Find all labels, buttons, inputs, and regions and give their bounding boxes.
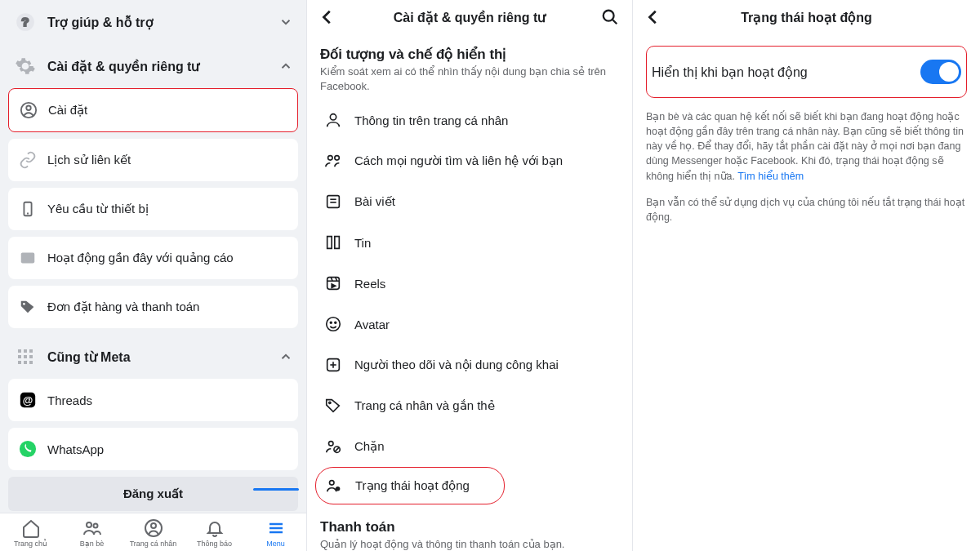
svg-rect-8 xyxy=(18,349,21,353)
svg-rect-32 xyxy=(327,196,340,208)
row-block[interactable]: Chặn xyxy=(320,426,619,467)
row-profile-info[interactable]: Thông tin trên trang cá nhân xyxy=(320,100,619,140)
also-from-meta-label: Cũng từ Meta xyxy=(47,349,278,365)
sidebar-item-threads[interactable]: @ Threads xyxy=(8,379,298,421)
gear-icon xyxy=(13,54,38,78)
tab-label: Bạn bè xyxy=(80,540,105,548)
section-title: Thanh toán xyxy=(320,519,619,535)
chevron-down-icon xyxy=(278,15,293,29)
row-reels[interactable]: Reels xyxy=(320,263,619,304)
description-text: Bạn bè và các quan hệ kết nối sẽ biết kh… xyxy=(646,109,967,184)
panel-body: Hiển thị khi bạn hoạt động Bạn bè và các… xyxy=(633,34,980,231)
panel-header: Cài đặt & quyền riêng tư xyxy=(307,0,632,34)
svg-point-46 xyxy=(329,442,334,447)
home-icon xyxy=(21,518,41,538)
help-support-section[interactable]: ? Trợ giúp & hỗ trợ xyxy=(0,0,306,44)
search-button[interactable] xyxy=(601,8,621,26)
logout-button[interactable]: Đăng xuất xyxy=(8,477,298,511)
row-label: Cách mọi người tìm và liên hệ với bạn xyxy=(354,153,563,168)
tab-home[interactable]: Trang chủ xyxy=(0,518,61,548)
tab-menu[interactable]: Menu xyxy=(245,518,306,548)
sidebar-item-link-history[interactable]: Lịch sử liên kết xyxy=(8,139,298,181)
section-subtitle: Kiểm soát xem ai có thể nhìn thấy nội du… xyxy=(320,64,619,93)
grid-icon xyxy=(13,344,38,369)
bottom-tab-bar: Trang chủ Bạn bè Trang cá nhân Thông báo… xyxy=(0,513,306,551)
panel-header: Trạng thái hoạt động xyxy=(633,0,980,34)
friends-icon xyxy=(82,518,102,538)
tab-label: Menu xyxy=(266,540,285,548)
sidebar-item-orders-payments[interactable]: Đơn đặt hàng và thanh toán xyxy=(8,286,298,328)
svg-point-23 xyxy=(151,523,156,528)
svg-point-3 xyxy=(26,106,31,111)
sidebar-item-label: Yêu cầu từ thiết bị xyxy=(47,202,149,216)
settings-privacy-panel: Cài đặt & quyền riêng tư Đối tượng và ch… xyxy=(306,0,633,551)
row-label: Avatar xyxy=(354,318,390,331)
row-label: Trạng thái hoạt động xyxy=(355,478,470,493)
panel-body: Đối tượng và chế độ hiển thị Kiểm soát x… xyxy=(307,34,632,551)
chevron-up-icon xyxy=(278,59,293,73)
whatsapp-icon xyxy=(18,439,38,459)
tab-label: Trang chủ xyxy=(14,540,47,548)
row-stories[interactable]: Tin xyxy=(320,222,619,263)
tab-friends[interactable]: Bạn bè xyxy=(61,518,122,548)
person-card-icon xyxy=(323,110,343,130)
description-body: Bạn bè và các quan hệ kết nối sẽ biết kh… xyxy=(646,111,964,182)
device-icon xyxy=(18,199,38,219)
svg-text:@: @ xyxy=(23,394,33,407)
svg-point-29 xyxy=(330,114,336,120)
toggle-label: Hiển thị khi bạn hoạt động xyxy=(652,64,920,80)
block-icon xyxy=(323,437,343,456)
people-search-icon xyxy=(323,151,343,171)
svg-point-50 xyxy=(336,487,341,491)
svg-rect-10 xyxy=(29,349,33,353)
sidebar-item-label: Cài đặt xyxy=(48,103,87,118)
row-posts[interactable]: Bài viết xyxy=(320,181,619,222)
toggle-knob xyxy=(939,62,959,82)
svg-rect-12 xyxy=(24,355,27,358)
also-from-meta-section[interactable]: Cũng từ Meta xyxy=(0,335,306,379)
tag-payment-icon xyxy=(18,297,38,317)
section-subtitle: Quản lý hoạt động và thông tin thanh toá… xyxy=(320,537,619,551)
help-icon: ? xyxy=(13,10,38,34)
show-active-toggle[interactable] xyxy=(920,60,961,84)
svg-rect-13 xyxy=(29,355,33,358)
sidebar-item-label: Lịch sử liên kết xyxy=(47,153,131,167)
tab-notifications[interactable]: Thông báo xyxy=(184,518,245,548)
panel-title: Cài đặt & quyền riêng tư xyxy=(338,10,601,25)
menu-icon xyxy=(266,518,286,538)
sidebar-item-recent-ad-activity[interactable]: Hoạt động gần đây với quảng cáo xyxy=(8,237,298,279)
row-avatar[interactable]: Avatar xyxy=(320,304,619,344)
settings-privacy-label: Cài đặt & quyền riêng tư xyxy=(47,59,278,74)
svg-point-45 xyxy=(329,402,331,403)
row-activity-status[interactable]: Trạng thái hoạt động xyxy=(315,467,505,504)
row-label: Bài viết xyxy=(354,194,395,209)
sidebar-item-label: Đơn đặt hàng và thanh toán xyxy=(47,300,199,314)
learn-more-link[interactable]: Tìm hiểu thêm xyxy=(737,171,804,182)
svg-point-27 xyxy=(604,11,614,21)
sidebar-item-device-requests[interactable]: Yêu cầu từ thiết bị xyxy=(8,188,298,230)
svg-rect-6 xyxy=(21,253,35,264)
tab-label: Trang cá nhân xyxy=(130,540,177,548)
tab-profile[interactable]: Trang cá nhân xyxy=(122,518,184,548)
settings-menu-panel: ? Trợ giúp & hỗ trợ Cài đặt & quyền riên… xyxy=(0,0,306,551)
svg-line-48 xyxy=(335,447,340,452)
ads-icon xyxy=(18,248,38,268)
row-find-contact[interactable]: Cách mọi người tìm và liên hệ với bạn xyxy=(320,140,619,181)
sidebar-item-settings[interactable]: Cài đặt xyxy=(8,88,298,132)
settings-privacy-section[interactable]: Cài đặt & quyền riêng tư xyxy=(0,44,306,88)
svg-point-30 xyxy=(328,156,333,161)
svg-rect-9 xyxy=(24,349,27,353)
threads-icon: @ xyxy=(18,390,38,410)
row-followers-public[interactable]: Người theo dõi và nội dung công khai xyxy=(320,344,619,385)
user-circle-icon xyxy=(19,100,38,120)
tab-label: Thông báo xyxy=(197,540,232,548)
activity-status-icon xyxy=(324,476,344,495)
back-button[interactable] xyxy=(318,8,338,26)
row-profile-tagging[interactable]: Trang cá nhân và gắn thẻ xyxy=(320,385,619,426)
sidebar-item-whatsapp[interactable]: WhatsApp xyxy=(8,428,298,470)
show-active-toggle-row: Hiển thị khi bạn hoạt động xyxy=(646,46,967,98)
svg-point-49 xyxy=(330,481,335,486)
post-icon xyxy=(323,192,343,211)
back-button[interactable] xyxy=(644,8,664,26)
avatar-icon xyxy=(323,314,343,334)
